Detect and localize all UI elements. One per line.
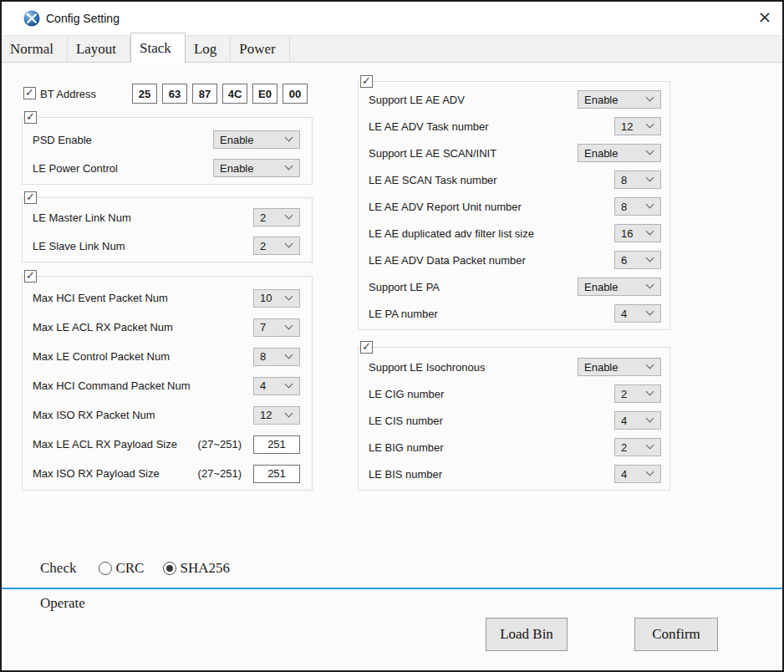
crc-radio-label: CRC <box>115 560 144 577</box>
setting-row: LE PA number4 <box>359 300 669 327</box>
max-hci-event-packet-num-label: Max HCI Event Packet Num <box>33 292 168 304</box>
support-le-isochronous-select[interactable]: Enable <box>578 358 661 376</box>
le-pa-number-select[interactable]: 4 <box>614 304 661 323</box>
max-hci-event-packet-num-select[interactable]: 10 <box>253 289 300 308</box>
setting-row: Max LE Control Packet Num8 <box>23 342 312 371</box>
le-master-link-num-label: LE Master Link Num <box>33 211 131 224</box>
max-iso-rx-packet-num-select[interactable]: 12 <box>253 406 300 425</box>
bt-address-byte-0[interactable] <box>132 84 157 104</box>
setting-row: LE Power ControlEnable <box>23 154 312 182</box>
le-power-control-select[interactable]: Enable <box>213 159 300 177</box>
le-slave-link-num-select[interactable]: 2 <box>253 237 300 255</box>
chevron-down-icon <box>646 254 654 262</box>
tab-log[interactable]: Log <box>186 37 231 62</box>
max-le-acl-rx-payload-size-label: Max LE ACL RX Payload Size <box>33 438 177 451</box>
sha256-radio[interactable] <box>163 562 176 575</box>
group-enable-checkbox[interactable] <box>24 270 37 283</box>
stack-tab-panel: BT Address PSD EnableEnableLE Power Cont… <box>2 64 782 670</box>
selected-value: 8 <box>254 350 286 363</box>
setting-row: LE AE duplicated adv filter list size16 <box>359 220 669 247</box>
confirm-button[interactable]: Confirm <box>634 618 718 651</box>
tab-power[interactable]: Power <box>231 37 289 62</box>
le-big-number-label: LE BIG number <box>369 441 444 454</box>
chevron-down-icon <box>646 308 654 316</box>
chevron-down-icon <box>285 134 293 142</box>
chevron-down-icon <box>646 120 654 129</box>
chevron-down-icon <box>285 379 293 388</box>
setting-row: LE AE SCAN Task number8 <box>359 166 669 193</box>
max-le-acl-rx-packet-num-select[interactable]: 7 <box>253 318 300 337</box>
le-cig-number-select[interactable]: 2 <box>614 384 661 403</box>
bt-address-byte-2[interactable] <box>192 84 217 104</box>
group-enable-checkbox[interactable] <box>360 341 373 354</box>
config-setting-dialog: Config Setting × NormalLayoutStackLogPow… <box>0 0 784 672</box>
max-le-acl-rx-payload-size-input[interactable] <box>253 435 300 454</box>
operate-label: Operate <box>40 595 85 612</box>
bt-address-byte-3[interactable] <box>222 84 247 104</box>
setting-row: Max LE ACL RX Payload Size(27~251) <box>23 430 312 459</box>
max-le-control-packet-num-label: Max LE Control Packet Num <box>33 350 170 363</box>
support-le-pa-label: Support LE PA <box>369 281 440 293</box>
le-bis-number-select[interactable]: 4 <box>614 465 661 483</box>
le-cis-number-select[interactable]: 4 <box>614 411 661 430</box>
tab-layout[interactable]: Layout <box>68 37 130 62</box>
chevron-down-icon <box>646 94 654 102</box>
close-icon[interactable]: × <box>752 5 777 30</box>
max-hci-command-packet-num-label: Max HCI Command Packet Num <box>33 379 191 392</box>
le-ae-scan-task-number-label: LE AE SCAN Task number <box>369 174 497 186</box>
group-enable-checkbox[interactable] <box>360 75 373 88</box>
support-le-isochronous-label: Support LE Isochronous <box>369 361 485 374</box>
bt-address-byte-1[interactable] <box>162 84 187 104</box>
setting-row: Max ISO RX Packet Num12 <box>23 400 312 430</box>
selected-value: 8 <box>615 201 647 213</box>
bt-address-byte-4[interactable] <box>252 84 277 104</box>
selected-value: Enable <box>578 281 647 293</box>
check-option-crc: CRC <box>99 560 144 577</box>
group-enable-checkbox[interactable] <box>24 191 37 204</box>
le-ae-adv-report-unit-number-select[interactable]: 8 <box>614 197 661 216</box>
psd-enable-select[interactable]: Enable <box>213 130 300 149</box>
tab-bar: NormalLayoutStackLogPower <box>2 35 782 63</box>
setting-row: Max LE ACL RX Packet Num7 <box>23 313 312 342</box>
crc-radio[interactable] <box>99 562 112 575</box>
max-hci-command-packet-num-select[interactable]: 4 <box>253 377 300 395</box>
chevron-down-icon <box>646 147 654 155</box>
support-le-pa-select[interactable]: Enable <box>578 277 661 296</box>
le-ae-duplicated-adv-filter-list-size-select[interactable]: 16 <box>614 224 661 242</box>
chevron-down-icon <box>285 162 293 171</box>
psd-enable-label: PSD Enable <box>33 134 92 146</box>
le-ae-scan-task-number-select[interactable]: 8 <box>614 171 661 189</box>
setting-row: PSD EnableEnable <box>23 125 312 154</box>
setting-row: Max ISO RX Payload Size(27~251) <box>23 459 312 488</box>
le-big-number-select[interactable]: 2 <box>614 438 661 456</box>
chevron-down-icon <box>646 174 654 182</box>
load-bin-button[interactable]: Load Bin <box>486 618 568 651</box>
chevron-down-icon <box>285 321 293 329</box>
le-ae-adv-task-number-select[interactable]: 12 <box>614 117 661 135</box>
bt-address-checkbox[interactable] <box>23 87 36 99</box>
selected-value: Enable <box>578 361 647 374</box>
le-ae-adv-data-packet-number-select[interactable]: 6 <box>614 251 661 269</box>
tab-stack[interactable]: Stack <box>130 33 186 63</box>
bt-address-byte-5[interactable] <box>283 84 308 104</box>
le-master-link-num-select[interactable]: 2 <box>253 208 300 227</box>
app-tools-icon <box>23 10 40 27</box>
max-iso-rx-payload-size-input[interactable] <box>253 465 300 483</box>
check-row: Check CRCSHA256 <box>40 560 230 577</box>
support-le-ae-scan-init-select[interactable]: Enable <box>578 144 661 162</box>
support-le-ae-adv-select[interactable]: Enable <box>578 90 661 109</box>
tab-normal[interactable]: Normal <box>2 37 68 62</box>
selected-value: Enable <box>214 162 286 175</box>
left-group-2: LE Master Link Num2LE Slave Link Num2 <box>22 197 313 262</box>
support-le-ae-adv-label: Support LE AE ADV <box>369 94 465 106</box>
group-enable-checkbox[interactable] <box>24 111 37 124</box>
selected-value: 8 <box>615 174 647 186</box>
selected-value: 10 <box>254 292 286 304</box>
chevron-down-icon <box>285 292 293 300</box>
setting-row: LE BIG number2 <box>359 434 669 461</box>
setting-row: LE CIS number4 <box>359 407 669 434</box>
max-le-control-packet-num-select[interactable]: 8 <box>253 348 300 366</box>
chevron-down-icon <box>285 240 293 248</box>
check-label: Check <box>40 560 76 577</box>
selected-value: 4 <box>615 308 647 320</box>
